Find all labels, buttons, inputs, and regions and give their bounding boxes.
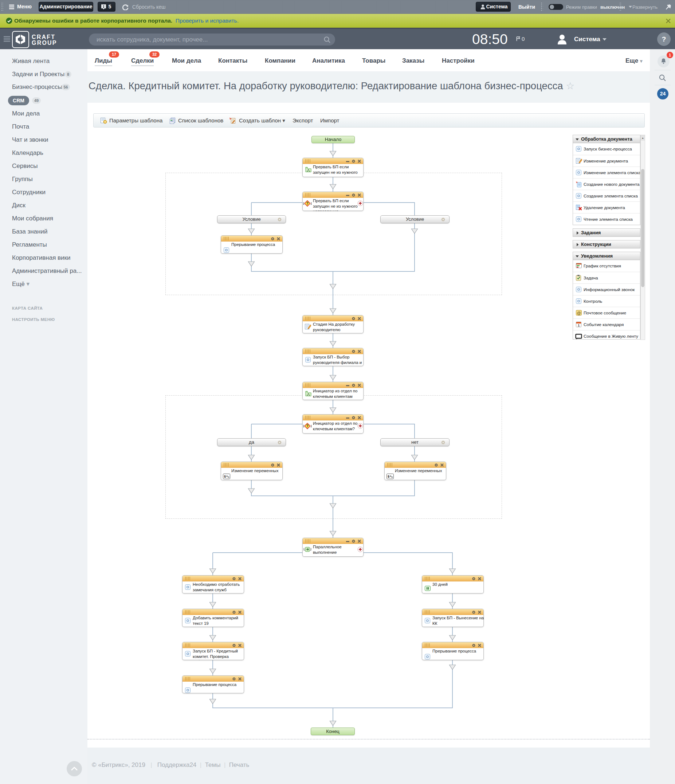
svg-text:b: b [392, 476, 393, 478]
svg-text:?: ? [306, 424, 308, 428]
svg-text:1: 1 [578, 324, 580, 327]
svg-text:a: a [226, 475, 228, 477]
svg-text:$: $ [387, 475, 389, 478]
svg-text:@: @ [577, 311, 581, 315]
svg-text:b: b [228, 476, 230, 478]
svg-text:a: a [390, 475, 391, 477]
svg-text:$: $ [224, 475, 226, 478]
svg-text:?: ? [306, 201, 308, 205]
